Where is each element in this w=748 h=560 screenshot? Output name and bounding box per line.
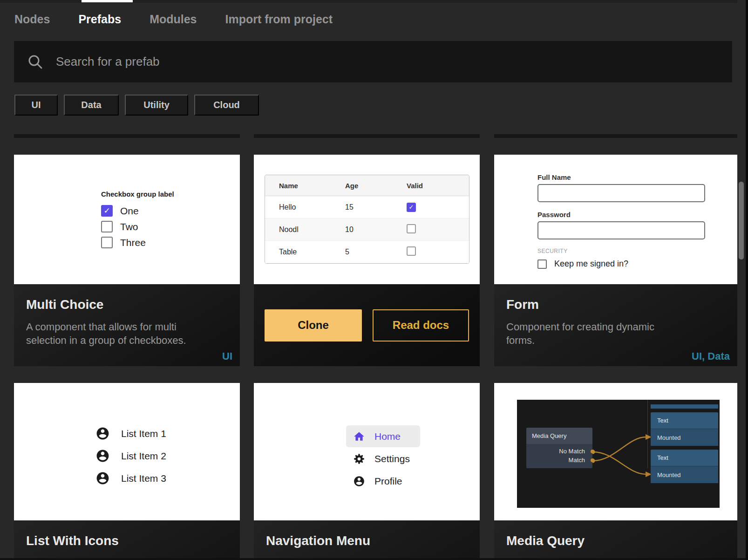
prefab-card-info: Multi Choice A component that allows for… [14, 284, 240, 366]
full-name-input [537, 184, 705, 202]
checkbox-unchecked-icon [101, 237, 113, 248]
table-cell: 15 [345, 203, 407, 212]
table-cell: 5 [345, 248, 407, 256]
nav-item-settings: Settings [346, 448, 420, 470]
nav-item-label: Settings [374, 453, 410, 464]
search-icon [27, 54, 44, 70]
prefab-card-description: Component for creating dynamic forms. [494, 312, 680, 347]
node-graph: Media Query No Match Match Text Mounted … [517, 400, 720, 508]
prefab-card-info: Form Component for creating dynamic form… [494, 284, 737, 366]
node-input-port: Mounted [651, 466, 718, 483]
checkbox-unchecked-icon [537, 260, 547, 269]
media-query-node: Media Query No Match Match [526, 428, 592, 468]
form-field-label: Full Name [537, 173, 705, 181]
node-output-port: No Match [526, 447, 592, 456]
list-item: List Item 3 [95, 471, 166, 485]
gear-icon [353, 453, 365, 465]
nav-item-profile: Profile [346, 470, 420, 492]
checkbox-label: One [120, 205, 139, 217]
prefab-card-tags: UI, Data [692, 350, 730, 362]
checkbox-checked-icon: ✓ [407, 203, 416, 212]
window-bottom-edge [0, 558, 746, 560]
prefab-card-title: Navigation Menu [254, 520, 480, 548]
prefab-card-hover-actions: Clone Read docs [254, 284, 480, 366]
keep-signed-in-row: Keep me signed in? [537, 259, 705, 269]
prefab-preview-form: Full Name Password SECURITY Keep me sign… [494, 155, 737, 284]
table: Name Age Valid Hello 15 ✓ Noodl 10 Table… [265, 175, 469, 264]
table-header-row: Name Age Valid [265, 175, 469, 196]
port-label: Match [569, 457, 585, 464]
prefab-card-info: Navigation Menu Component for creating a… [254, 520, 480, 560]
home-icon [353, 430, 365, 443]
table-cell: ✓ [407, 203, 469, 212]
checkbox-group-label: Checkbox group label [101, 190, 174, 198]
icon-list: List Item 1 List Item 2 List Item 3 [95, 426, 166, 493]
person-icon [95, 449, 110, 463]
nav-menu: Home Settings [346, 425, 420, 492]
node-output-port: Match [526, 456, 592, 464]
tab-import-from-project[interactable]: Import from project [225, 13, 333, 26]
prefab-card-media-query[interactable]: Media Query No Match Match Text Mounted … [494, 383, 737, 560]
prefab-preview-node-graph: Media Query No Match Match Text Mounted … [494, 383, 737, 520]
prefab-card-navigation-menu[interactable]: Home Settings [254, 383, 480, 560]
tab-modules[interactable]: Modules [150, 13, 197, 26]
search-bar[interactable] [14, 41, 732, 82]
tab-prefabs[interactable]: Prefabs [78, 13, 121, 26]
card-action-buttons: Clone Read docs [254, 284, 480, 366]
scrollbar-thumb[interactable] [739, 182, 744, 260]
prefab-card-info: Media Query Respond to media query chang… [494, 520, 737, 560]
filter-chip-data[interactable]: Data [64, 95, 119, 116]
filter-chip-cloud[interactable]: Cloud [194, 95, 259, 116]
tab-bar: Nodes Prefabs Modules Import from projec… [14, 13, 333, 26]
checkbox-row: Three [101, 237, 174, 248]
nav-item-home: Home [346, 425, 420, 447]
filter-chip-utility[interactable]: Utility [125, 95, 188, 116]
node-body: No Match Match [526, 444, 592, 468]
window-right-edge [746, 0, 748, 560]
checkbox-unchecked-icon [407, 246, 416, 256]
clone-button[interactable]: Clone [265, 309, 362, 341]
node-title: Text [651, 450, 718, 466]
form: Full Name Password SECURITY Keep me sign… [537, 173, 705, 269]
prefab-card-title: List With Icons [14, 520, 240, 548]
checkbox-label: Three [120, 237, 146, 248]
tab-nodes[interactable]: Nodes [14, 13, 50, 26]
person-icon [95, 426, 110, 441]
search-input[interactable] [55, 54, 660, 69]
prefab-preview-list: List Item 1 List Item 2 List Item 3 [14, 383, 240, 520]
list-item-label: List Item 1 [121, 428, 166, 439]
nav-item-label: Home [374, 431, 401, 442]
table-cell: 10 [345, 225, 407, 234]
checkbox-group: Checkbox group label ✓ One Two Three [101, 190, 174, 253]
text-node: Text Mounted [651, 450, 718, 483]
prefab-browser: Nodes Prefabs Modules Import from projec… [0, 0, 748, 560]
table-cell: Noodl [265, 225, 345, 234]
active-tab-indicator [82, 0, 133, 2]
prefab-card-info: List With Icons A simple list component … [14, 520, 240, 560]
node-title: Text [651, 412, 718, 429]
list-item-label: List Item 3 [121, 473, 166, 484]
previous-row-card-remnant [254, 134, 480, 138]
nav-item-label: Profile [374, 476, 402, 487]
prefab-preview-nav-menu: Home Settings [254, 383, 480, 520]
form-field-label: Password [537, 211, 705, 219]
filter-chip-ui[interactable]: UI [14, 95, 58, 116]
checkbox-checked-icon: ✓ [101, 205, 113, 217]
prefab-preview-table: Name Age Valid Hello 15 ✓ Noodl 10 Table… [254, 155, 480, 284]
text-node-partial [651, 404, 718, 409]
read-docs-button[interactable]: Read docs [373, 309, 469, 341]
list-item: List Item 1 [95, 426, 166, 441]
table-cell: Hello [265, 203, 345, 212]
table-header-age: Age [345, 182, 407, 190]
previous-row-card-remnant [494, 134, 737, 138]
previous-row-card-remnant [14, 134, 240, 138]
prefab-card-form[interactable]: Full Name Password SECURITY Keep me sign… [494, 155, 737, 366]
checkbox-row: ✓ One [101, 205, 174, 217]
port-dot [591, 458, 594, 462]
list-item-label: List Item 2 [121, 451, 166, 462]
table-header-name: Name [265, 182, 345, 190]
prefab-card-table[interactable]: Name Age Valid Hello 15 ✓ Noodl 10 Table… [254, 155, 480, 366]
prefab-card-multi-choice[interactable]: Checkbox group label ✓ One Two Three Mul… [14, 155, 240, 366]
list-item: List Item 2 [95, 449, 166, 463]
prefab-card-list-with-icons[interactable]: List Item 1 List Item 2 List Item 3 List… [14, 383, 240, 560]
